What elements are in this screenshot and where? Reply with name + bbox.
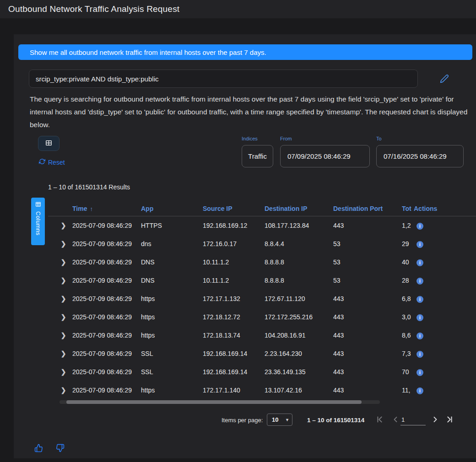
cell-destination-ip: 2.23.164.230 <box>265 350 333 357</box>
to-datetime-box[interactable]: 07/16/2025 08:46:29 <box>376 145 464 167</box>
cell-app: dns <box>141 240 203 247</box>
reset-button[interactable]: Reset <box>39 158 65 166</box>
thumbs-down-button[interactable] <box>56 444 65 454</box>
info-icon[interactable]: i <box>416 296 423 303</box>
column-header-destination-port[interactable]: Destination Port <box>333 205 402 212</box>
cell-app: SSL <box>141 368 203 376</box>
cell-time: 2025-07-09 08:46:29 <box>72 295 141 302</box>
cell-destination-port: 443 <box>333 295 402 302</box>
thumbs-up-button[interactable] <box>34 444 43 454</box>
page-title: Outbound Network Traffic Analysis Reques… <box>8 4 179 14</box>
analysis-card: Show me all outbound network traffic fro… <box>14 34 476 458</box>
items-per-page-select[interactable]: 10 ▾ <box>267 414 292 426</box>
info-icon[interactable]: i <box>416 241 423 248</box>
expand-row-icon[interactable]: ❯ <box>48 222 72 229</box>
indices-value: Traffic <box>248 152 267 160</box>
info-icon[interactable]: i <box>416 314 423 321</box>
info-icon[interactable]: i <box>416 369 423 376</box>
column-header-app[interactable]: App <box>141 205 203 212</box>
to-field: To 07/16/2025 08:46:29 <box>376 136 464 167</box>
column-header-destination-ip[interactable]: Destination IP <box>265 205 333 212</box>
cell-destination-port: 443 <box>333 222 402 229</box>
cell-source-ip: 192.168.169.14 <box>203 350 265 357</box>
table-row: ❯ 2025-07-09 08:46:29 https 172.17.1.132… <box>48 290 476 308</box>
table-header-row: Time↑ App Source IP Destination IP Desti… <box>48 201 476 216</box>
column-header-actions[interactable]: Actions <box>414 205 476 212</box>
cell-destination-port: 443 <box>333 332 402 339</box>
cell-source-ip: 172.17.1.140 <box>203 387 265 394</box>
table-row: ❯ 2025-07-09 08:46:29 https 172.18.13.74… <box>48 326 476 344</box>
table-row: ❯ 2025-07-09 08:46:29 dns 172.16.0.17 8.… <box>48 235 476 253</box>
edit-query-button[interactable] <box>438 73 450 85</box>
expand-row-icon[interactable]: ❯ <box>48 258 72 266</box>
cell-destination-ip: 104.208.16.91 <box>265 332 333 339</box>
info-icon[interactable]: i <box>416 351 423 358</box>
cell-time: 2025-07-09 08:46:29 <box>72 368 141 376</box>
cell-destination-ip: 8.8.4.4 <box>265 240 333 247</box>
cell-source-ip: 192.168.169.14 <box>203 368 265 376</box>
cell-app: https <box>141 387 203 394</box>
expand-row-icon[interactable]: ❯ <box>48 295 72 302</box>
cell-source-ip: 192.168.169.12 <box>203 222 265 229</box>
cell-app: https <box>141 295 203 302</box>
columns-button[interactable]: Columns <box>31 198 45 245</box>
indices-label: Indices <box>242 136 273 141</box>
table-row: ❯ 2025-07-09 08:46:29 DNS 10.11.1.2 8.8.… <box>48 253 476 271</box>
expand-row-icon[interactable]: ❯ <box>48 277 72 284</box>
cell-destination-ip: 23.36.149.135 <box>265 368 333 376</box>
cell-total: 11, <box>402 387 414 394</box>
expand-row-icon[interactable]: ❯ <box>48 368 72 376</box>
cell-destination-ip: 13.107.42.16 <box>265 387 333 394</box>
table-row: ❯ 2025-07-09 08:46:29 SSL 192.168.169.14… <box>48 363 476 381</box>
expand-row-icon[interactable]: ❯ <box>48 332 72 339</box>
expand-row-icon[interactable]: ❯ <box>48 240 72 247</box>
page-number-input[interactable] <box>400 415 426 425</box>
thumbs-up-icon <box>34 447 43 454</box>
column-header-time[interactable]: Time↑ <box>72 205 141 212</box>
items-per-page-value: 10 <box>272 416 278 423</box>
info-icon[interactable]: i <box>416 259 423 266</box>
table-grid-icon <box>45 139 53 148</box>
cell-total: 8,6 <box>402 332 414 339</box>
last-page-button[interactable] <box>444 414 455 425</box>
next-page-button[interactable] <box>430 414 441 425</box>
table-row: ❯ 2025-07-09 08:46:29 https 172.18.12.72… <box>48 308 476 326</box>
cell-app: https <box>141 332 203 339</box>
query-row <box>29 70 473 88</box>
expand-row-icon[interactable]: ❯ <box>48 350 72 357</box>
cell-destination-port: 53 <box>333 240 402 247</box>
chart-type-button[interactable] <box>38 136 60 151</box>
info-icon[interactable]: i <box>416 223 423 230</box>
reset-label: Reset <box>48 159 65 166</box>
cell-app: SSL <box>141 350 203 357</box>
columns-button-label: Columns <box>35 211 41 236</box>
expand-row-icon[interactable]: ❯ <box>48 387 72 394</box>
results-table: Time↑ App Source IP Destination IP Desti… <box>48 201 476 399</box>
from-datetime-box[interactable]: 07/09/2025 08:46:29 <box>280 145 370 167</box>
indices-value-box[interactable]: Traffic <box>242 145 273 167</box>
cell-total: 3,0 <box>402 313 414 321</box>
expand-row-icon[interactable]: ❯ <box>48 313 72 321</box>
info-icon[interactable]: i <box>416 333 423 339</box>
prompt-banner: Show me all outbound network traffic fro… <box>18 44 472 60</box>
first-page-button[interactable] <box>374 414 385 425</box>
column-header-source-ip[interactable]: Source IP <box>203 205 265 212</box>
pencil-icon <box>440 78 449 85</box>
cell-destination-port: 443 <box>333 368 402 376</box>
chevron-down-icon: ▾ <box>286 417 288 422</box>
query-input[interactable] <box>29 70 418 88</box>
column-header-total[interactable]: Tot <box>402 205 414 212</box>
cell-destination-ip: 8.8.8.8 <box>265 277 333 284</box>
previous-page-button[interactable] <box>390 414 401 425</box>
cell-destination-ip: 8.8.8.8 <box>265 258 333 266</box>
cell-time: 2025-07-09 08:46:29 <box>72 387 141 394</box>
info-icon[interactable]: i <box>416 387 423 394</box>
items-per-page-label: Items per page: <box>222 417 263 424</box>
cell-destination-port: 443 <box>333 313 402 321</box>
info-icon[interactable]: i <box>416 278 423 285</box>
horizontal-scrollbar-thumb[interactable] <box>66 400 362 404</box>
first-page-icon <box>375 419 385 426</box>
cell-time: 2025-07-09 08:46:29 <box>72 222 141 229</box>
cell-time: 2025-07-09 08:46:29 <box>72 240 141 247</box>
cell-app: https <box>141 313 203 321</box>
